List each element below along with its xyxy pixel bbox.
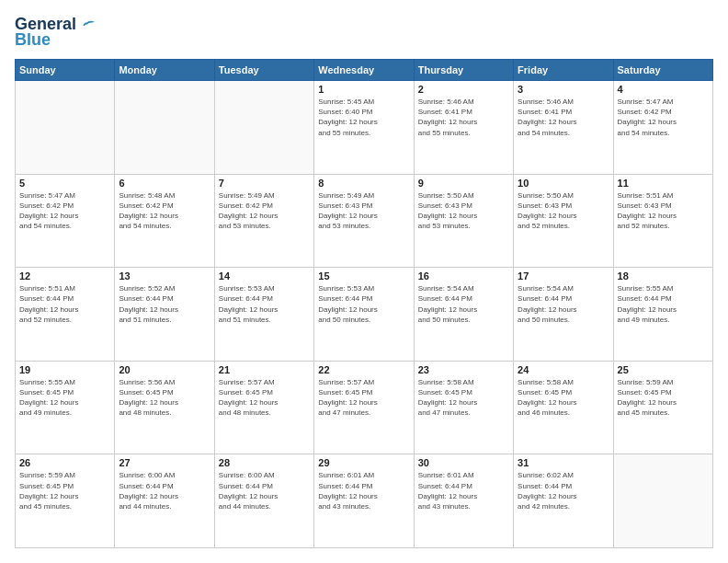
day-number: 17 xyxy=(518,270,609,282)
calendar-week-1: 1Sunrise: 5:45 AM Sunset: 6:40 PM Daylig… xyxy=(16,81,713,175)
day-info: Sunrise: 5:46 AM Sunset: 6:41 PM Dayligh… xyxy=(418,97,509,138)
day-info: Sunrise: 5:59 AM Sunset: 6:45 PM Dayligh… xyxy=(19,470,110,511)
calendar-cell: 5Sunrise: 5:47 AM Sunset: 6:42 PM Daylig… xyxy=(16,174,115,268)
weekday-header-thursday: Thursday xyxy=(414,60,513,81)
day-number: 25 xyxy=(618,364,709,375)
day-number: 26 xyxy=(19,457,110,468)
calendar-cell: 15Sunrise: 5:53 AM Sunset: 6:44 PM Dayli… xyxy=(314,268,414,362)
day-info: Sunrise: 5:51 AM Sunset: 6:43 PM Dayligh… xyxy=(618,190,709,232)
day-number: 10 xyxy=(518,178,609,189)
day-number: 1 xyxy=(318,84,409,95)
calendar-cell: 27Sunrise: 6:00 AM Sunset: 6:44 PM Dayli… xyxy=(115,454,214,548)
day-info: Sunrise: 5:51 AM Sunset: 6:44 PM Dayligh… xyxy=(19,283,110,325)
day-info: Sunrise: 5:58 AM Sunset: 6:45 PM Dayligh… xyxy=(418,377,509,419)
calendar-cell: 31Sunrise: 6:02 AM Sunset: 6:44 PM Dayli… xyxy=(514,454,613,548)
calendar-cell: 4Sunrise: 5:47 AM Sunset: 6:42 PM Daylig… xyxy=(613,81,712,175)
calendar-cell: 12Sunrise: 5:51 AM Sunset: 6:44 PM Dayli… xyxy=(16,268,115,362)
day-number: 5 xyxy=(19,178,110,189)
logo: General Blue xyxy=(15,15,97,50)
calendar-cell: 25Sunrise: 5:59 AM Sunset: 6:45 PM Dayli… xyxy=(613,361,712,454)
day-info: Sunrise: 6:01 AM Sunset: 6:44 PM Dayligh… xyxy=(318,470,409,511)
calendar-table: SundayMondayTuesdayWednesdayThursdayFrid… xyxy=(15,59,713,548)
calendar-cell: 10Sunrise: 5:50 AM Sunset: 6:43 PM Dayli… xyxy=(514,174,613,268)
calendar-cell: 3Sunrise: 5:46 AM Sunset: 6:41 PM Daylig… xyxy=(514,81,613,175)
day-info: Sunrise: 5:57 AM Sunset: 6:45 PM Dayligh… xyxy=(318,377,409,419)
day-info: Sunrise: 5:52 AM Sunset: 6:44 PM Dayligh… xyxy=(119,283,210,325)
calendar-cell: 19Sunrise: 5:55 AM Sunset: 6:45 PM Dayli… xyxy=(16,361,115,454)
calendar-week-2: 5Sunrise: 5:47 AM Sunset: 6:42 PM Daylig… xyxy=(16,174,713,268)
day-number: 16 xyxy=(418,270,509,282)
day-info: Sunrise: 5:57 AM Sunset: 6:45 PM Dayligh… xyxy=(219,377,310,419)
weekday-header-row: SundayMondayTuesdayWednesdayThursdayFrid… xyxy=(16,60,713,81)
day-number: 31 xyxy=(518,457,609,468)
day-number: 27 xyxy=(119,457,210,468)
calendar-cell: 24Sunrise: 5:58 AM Sunset: 6:45 PM Dayli… xyxy=(514,361,613,454)
day-number: 4 xyxy=(618,84,709,95)
day-number: 11 xyxy=(618,178,709,189)
calendar-week-5: 26Sunrise: 5:59 AM Sunset: 6:45 PM Dayli… xyxy=(16,454,713,548)
calendar-cell: 28Sunrise: 6:00 AM Sunset: 6:44 PM Dayli… xyxy=(214,454,313,548)
calendar-cell: 1Sunrise: 5:45 AM Sunset: 6:40 PM Daylig… xyxy=(314,81,414,175)
day-info: Sunrise: 5:53 AM Sunset: 6:44 PM Dayligh… xyxy=(318,283,409,325)
day-info: Sunrise: 6:01 AM Sunset: 6:44 PM Dayligh… xyxy=(418,470,509,511)
calendar-cell: 7Sunrise: 5:49 AM Sunset: 6:42 PM Daylig… xyxy=(214,174,313,268)
day-info: Sunrise: 5:50 AM Sunset: 6:43 PM Dayligh… xyxy=(518,190,609,232)
day-info: Sunrise: 5:59 AM Sunset: 6:45 PM Dayligh… xyxy=(618,377,709,419)
day-number: 13 xyxy=(119,270,210,282)
calendar-cell: 26Sunrise: 5:59 AM Sunset: 6:45 PM Dayli… xyxy=(16,454,115,548)
calendar-cell: 30Sunrise: 6:01 AM Sunset: 6:44 PM Dayli… xyxy=(414,454,513,548)
day-info: Sunrise: 5:49 AM Sunset: 6:43 PM Dayligh… xyxy=(318,190,409,232)
day-info: Sunrise: 5:47 AM Sunset: 6:42 PM Dayligh… xyxy=(19,190,110,232)
calendar-cell xyxy=(16,81,115,175)
calendar-cell: 20Sunrise: 5:56 AM Sunset: 6:45 PM Dayli… xyxy=(115,361,214,454)
day-info: Sunrise: 5:46 AM Sunset: 6:41 PM Dayligh… xyxy=(518,97,609,138)
day-number: 20 xyxy=(119,364,210,375)
calendar-cell: 23Sunrise: 5:58 AM Sunset: 6:45 PM Dayli… xyxy=(414,361,513,454)
logo-bird-icon xyxy=(78,15,97,31)
logo-blue-label: Blue xyxy=(15,30,51,50)
day-number: 30 xyxy=(418,457,509,468)
day-number: 14 xyxy=(219,270,310,282)
day-info: Sunrise: 5:50 AM Sunset: 6:43 PM Dayligh… xyxy=(418,190,509,232)
day-info: Sunrise: 5:47 AM Sunset: 6:42 PM Dayligh… xyxy=(618,97,709,138)
calendar-cell: 8Sunrise: 5:49 AM Sunset: 6:43 PM Daylig… xyxy=(314,174,414,268)
weekday-header-tuesday: Tuesday xyxy=(214,60,313,81)
day-number: 12 xyxy=(19,270,110,282)
day-number: 19 xyxy=(19,364,110,375)
day-number: 3 xyxy=(518,84,609,95)
calendar-cell: 2Sunrise: 5:46 AM Sunset: 6:41 PM Daylig… xyxy=(414,81,513,175)
day-number: 22 xyxy=(318,364,409,375)
day-info: Sunrise: 5:45 AM Sunset: 6:40 PM Dayligh… xyxy=(318,97,409,138)
calendar-cell: 11Sunrise: 5:51 AM Sunset: 6:43 PM Dayli… xyxy=(613,174,712,268)
weekday-header-saturday: Saturday xyxy=(613,60,712,81)
day-number: 15 xyxy=(318,270,409,282)
day-number: 6 xyxy=(119,178,210,189)
day-info: Sunrise: 5:54 AM Sunset: 6:44 PM Dayligh… xyxy=(518,283,609,325)
calendar-cell xyxy=(115,81,214,175)
calendar-cell: 13Sunrise: 5:52 AM Sunset: 6:44 PM Dayli… xyxy=(115,268,214,362)
day-number: 2 xyxy=(418,84,509,95)
day-info: Sunrise: 5:53 AM Sunset: 6:44 PM Dayligh… xyxy=(219,283,310,325)
day-number: 21 xyxy=(219,364,310,375)
calendar-cell: 14Sunrise: 5:53 AM Sunset: 6:44 PM Dayli… xyxy=(214,268,313,362)
day-number: 18 xyxy=(618,270,709,282)
day-number: 9 xyxy=(418,178,509,189)
day-info: Sunrise: 5:56 AM Sunset: 6:45 PM Dayligh… xyxy=(119,377,210,419)
day-number: 28 xyxy=(219,457,310,468)
weekday-header-sunday: Sunday xyxy=(16,60,115,81)
calendar-cell: 21Sunrise: 5:57 AM Sunset: 6:45 PM Dayli… xyxy=(214,361,313,454)
calendar-cell: 18Sunrise: 5:55 AM Sunset: 6:44 PM Dayli… xyxy=(613,268,712,362)
weekday-header-friday: Friday xyxy=(514,60,613,81)
calendar-cell: 22Sunrise: 5:57 AM Sunset: 6:45 PM Dayli… xyxy=(314,361,414,454)
day-info: Sunrise: 5:54 AM Sunset: 6:44 PM Dayligh… xyxy=(418,283,509,325)
calendar-week-4: 19Sunrise: 5:55 AM Sunset: 6:45 PM Dayli… xyxy=(16,361,713,454)
day-info: Sunrise: 6:00 AM Sunset: 6:44 PM Dayligh… xyxy=(119,470,210,511)
calendar-cell: 17Sunrise: 5:54 AM Sunset: 6:44 PM Dayli… xyxy=(514,268,613,362)
day-number: 24 xyxy=(518,364,609,375)
calendar-cell: 16Sunrise: 5:54 AM Sunset: 6:44 PM Dayli… xyxy=(414,268,513,362)
weekday-header-monday: Monday xyxy=(115,60,214,81)
day-info: Sunrise: 5:58 AM Sunset: 6:45 PM Dayligh… xyxy=(518,377,609,419)
day-info: Sunrise: 5:55 AM Sunset: 6:45 PM Dayligh… xyxy=(19,377,110,419)
day-info: Sunrise: 6:00 AM Sunset: 6:44 PM Dayligh… xyxy=(219,470,310,511)
calendar-cell: 9Sunrise: 5:50 AM Sunset: 6:43 PM Daylig… xyxy=(414,174,513,268)
